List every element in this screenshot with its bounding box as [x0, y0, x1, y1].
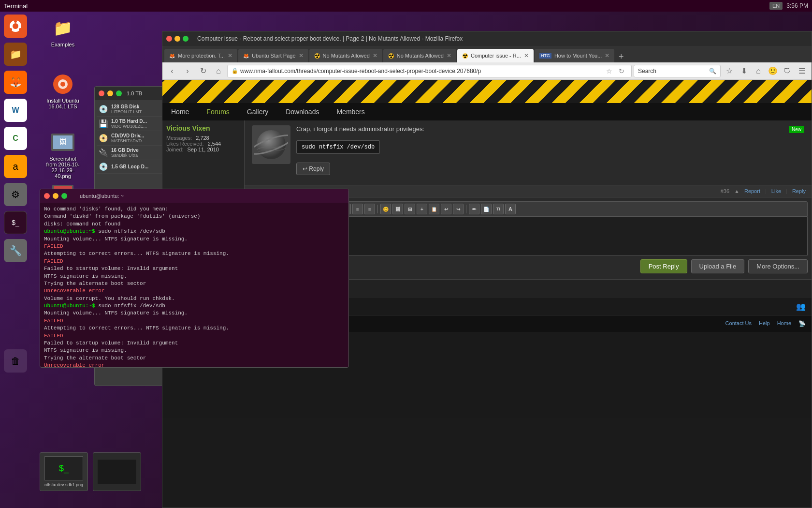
terminal-line-1: Command 'diskd' from package 'fdutils' (…	[44, 213, 345, 220]
fm-max-btn[interactable]	[116, 90, 122, 96]
like-link[interactable]: Like	[771, 188, 781, 194]
thumb-blank[interactable]	[93, 452, 141, 491]
terminal-line-6: Attempting to correct errors... NTFS sig…	[44, 250, 345, 257]
toolbar-redo[interactable]: ↪	[453, 204, 464, 214]
refresh-small-icon[interactable]: ↻	[616, 65, 627, 77]
launcher-libreoffice-writer-icon[interactable]: W	[4, 99, 27, 122]
toolbar-paste[interactable]: 📋	[429, 204, 439, 214]
launcher-amazon-icon[interactable]: a	[4, 155, 27, 178]
disk-item-0[interactable]: 💿 128 GB Disk LITEON IT LMT-...	[97, 102, 162, 117]
disk-item-1[interactable]: 💾 1.0 TB Hard D... WDC WD10EZE...	[97, 117, 162, 131]
browser-max-btn[interactable]	[183, 36, 188, 42]
toolbar-edit[interactable]: ✏	[469, 204, 479, 214]
tab-how-to-mount[interactable]: HTG How to Mount You... ✕	[535, 49, 614, 62]
tab-computer-issue[interactable]: ☢️ Computer issue - R... ✕	[457, 49, 534, 62]
nav-members[interactable]: Members	[328, 103, 373, 120]
tab-close-2[interactable]: ✕	[373, 52, 377, 59]
joined-label: Joined:	[166, 147, 183, 152]
tab-close-3[interactable]: ✕	[447, 52, 451, 59]
toolbar-ti[interactable]: TI	[493, 204, 504, 214]
forum-nav: Home Forums Gallery Downloads Members	[162, 103, 812, 120]
footer-help[interactable]: Help	[759, 320, 770, 327]
post-reply-button[interactable]: Post Reply	[640, 259, 687, 273]
more-options-button[interactable]: More Options...	[748, 259, 808, 273]
terminal-line-0: No command 'disks' found, did you mean:	[44, 206, 345, 213]
toolbar-emoji[interactable]: 😊	[380, 204, 391, 214]
toolbar-image[interactable]: 🖼	[392, 204, 403, 214]
tab-close-1[interactable]: ✕	[299, 52, 304, 59]
shield-icon[interactable]: 🛡	[781, 64, 794, 78]
thumb-ntfsfix-label: ntfsfix dev sdb1.png	[44, 482, 83, 487]
refresh-button[interactable]: ↻	[196, 64, 210, 78]
desktop-icon-install[interactable]: Install Ubuntu 16.04.1 LTS	[44, 73, 82, 109]
disk-info-2: CD/DVD Driv... MATSHITADVD-...	[111, 133, 147, 143]
back-button[interactable]: ‹	[165, 64, 179, 78]
report-link[interactable]: Report	[744, 188, 760, 194]
upload-file-button[interactable]: Upload a File	[691, 259, 745, 273]
terminal-close-btn[interactable]	[44, 193, 50, 199]
star-icon[interactable]: ☆	[723, 64, 736, 78]
tab-close-4[interactable]: ✕	[524, 52, 529, 59]
terminal-max-btn[interactable]	[61, 193, 67, 199]
reply-link[interactable]: Reply	[792, 188, 806, 194]
launcher-ubuntu-icon[interactable]	[4, 15, 27, 38]
search-icon: 🔍	[709, 68, 716, 75]
launcher-system-icon[interactable]: ⚙	[4, 183, 27, 206]
disk-item-4[interactable]: 💿 1.5 GB Loop D...	[97, 160, 162, 174]
disk-item-3[interactable]: 🔌 16 GB Drive SanDisk Ultra	[97, 146, 162, 160]
tab-close-0[interactable]: ✕	[228, 52, 232, 59]
launcher-trash-icon[interactable]: 🗑	[4, 349, 27, 373]
avatar-planet-svg	[254, 128, 288, 162]
toolbar-doc[interactable]: 📄	[481, 204, 492, 214]
home-button[interactable]: ⌂	[212, 64, 225, 78]
launcher-settings-icon[interactable]: 🔧	[4, 239, 27, 262]
smiley-icon[interactable]: 🙂	[766, 64, 780, 78]
tab-ubuntu-start[interactable]: 🦊 Ubuntu Start Page ✕	[238, 49, 308, 62]
nav-forums[interactable]: Forums	[198, 103, 238, 120]
tab-more-protection[interactable]: 🦊 More protection. T... ✕	[164, 49, 237, 62]
toolbar-undo[interactable]: ↩	[441, 204, 451, 214]
browser-navbar: ‹ › ↻ ⌂ 🔒 www.nma-fallout.com/threads/co…	[162, 62, 812, 80]
url-bar[interactable]: 🔒 www.nma-fallout.com/threads/computer-i…	[227, 65, 632, 77]
home-nav-icon[interactable]: ⌂	[752, 64, 765, 78]
search-bar[interactable]: Search 🔍	[634, 65, 721, 77]
toolbar-outdent[interactable]: ≡	[364, 204, 375, 214]
browser-close-btn[interactable]	[166, 36, 172, 42]
fm-min-btn[interactable]	[107, 90, 113, 96]
terminal-min-btn[interactable]	[53, 193, 58, 199]
screenshot-label: Screenshot from 2016-10-22 16-29-40.png	[44, 156, 82, 179]
browser-window-controls	[166, 36, 188, 42]
user-likes-row: Likes Received: 2,544	[166, 141, 240, 147]
thumb-ntfsfix[interactable]: $_ ntfsfix dev sdb1.png	[40, 452, 88, 491]
nav-gallery[interactable]: Gallery	[238, 103, 277, 120]
browser-title: Computer issue - Reboot and select prope…	[197, 35, 463, 42]
joined-value: Sep 11, 2010	[187, 147, 218, 152]
launcher-terminal-icon[interactable]: $_	[4, 211, 27, 234]
bookmark-icon[interactable]: ☆	[603, 65, 615, 77]
tab-close-5[interactable]: ✕	[605, 52, 609, 59]
toolbar-table[interactable]: ⊞	[405, 204, 415, 214]
tab-nma-2[interactable]: ☢️ No Mutants Allowed ✕	[383, 49, 456, 62]
toolbar-insert[interactable]: +	[417, 204, 427, 214]
tab-nma-1[interactable]: ☢️ No Mutants Allowed ✕	[309, 49, 382, 62]
post-new-badge: New	[789, 125, 804, 133]
inline-reply-button[interactable]: ↩ Reply	[296, 163, 330, 175]
forward-button[interactable]: ›	[181, 64, 194, 78]
desktop-icon-screenshot[interactable]: 🖼 Screenshot from 2016-10-22 16-29-40.pn…	[44, 131, 82, 179]
launcher-libreoffice-calc-icon[interactable]: C	[4, 127, 27, 150]
menu-icon[interactable]: ☰	[795, 64, 809, 78]
nav-downloads[interactable]: Downloads	[277, 103, 328, 120]
launcher-files-icon[interactable]: 📁	[4, 43, 27, 66]
footer-contact[interactable]: Contact Us	[725, 320, 752, 327]
desktop-icon-examples[interactable]: 📁 Examples	[44, 16, 82, 47]
toolbar-indent[interactable]: ≡	[352, 204, 363, 214]
toolbar-a[interactable]: A	[505, 204, 516, 214]
nav-home[interactable]: Home	[162, 103, 198, 120]
fm-close-btn[interactable]	[99, 90, 104, 96]
browser-min-btn[interactable]	[174, 36, 180, 42]
download-icon[interactable]: ⬇	[737, 64, 751, 78]
launcher-browser-icon[interactable]: 🦊	[4, 71, 27, 94]
disk-item-2[interactable]: 📀 CD/DVD Driv... MATSHITADVD-...	[97, 131, 162, 146]
footer-home[interactable]: Home	[777, 320, 791, 327]
new-tab-button[interactable]: +	[615, 51, 627, 62]
